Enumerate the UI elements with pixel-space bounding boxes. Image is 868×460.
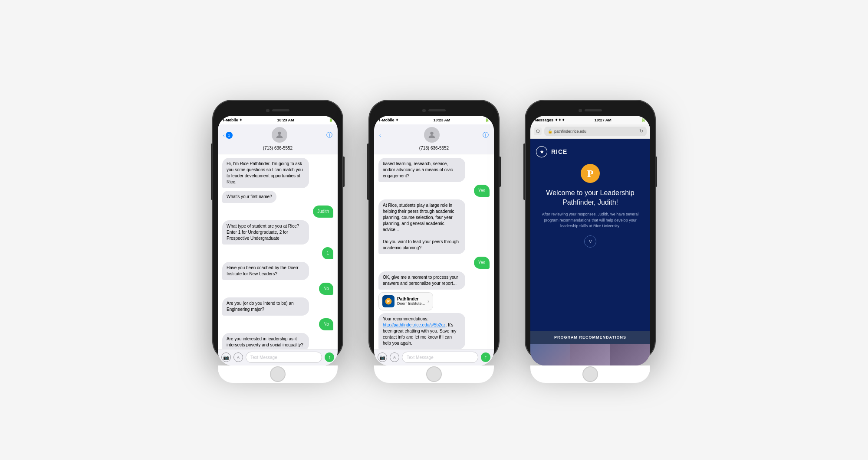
phone-1: T-Mobile ✦ 10:23 AM 🔋 ‹ 1 [213,100,343,360]
pathfinder-card-sub-2: Doerr Institute... [397,301,425,306]
messages-body-1[interactable]: Hi, I'm Rice Pathfinder. I'm going to as… [218,154,338,349]
photo-1-3 [530,344,570,365]
carrier-1: T-Mobile ✦ [222,118,243,122]
camera-input-icon-2[interactable]: 📷 [378,352,387,362]
messages-body-2[interactable]: based learning, research, service, and/o… [374,154,494,349]
pathfinder-card-2[interactable]: P Pathfinder Doerr Institute... › [378,292,433,310]
program-section-3: PROGRAM RECOMMENDATIONS [530,331,650,344]
scene: T-Mobile ✦ 10:23 AM 🔋 ‹ 1 [195,83,673,378]
msg-2-7: Your recommendations: http://pathfinder.… [378,313,465,349]
msg-1-1: Hi, I'm Rice Pathfinder. I'm going to as… [222,158,309,188]
welcome-subtitle-3: After reviewing your responses, Judith, … [536,212,645,229]
status-left-1: T-Mobile ✦ [222,118,243,122]
text-input-1[interactable]: Text Message [246,352,322,363]
reload-icon-3[interactable]: ↻ [639,128,643,134]
safari-icon-3[interactable]: ⬡ [534,127,542,135]
battery-3: 🔋 [641,118,646,122]
svg-point-1 [430,131,433,134]
phone-3: Messages ✦✦✦ 10:27 AM 🔋 ⬡ 🔒 pathfinder.r… [525,100,655,360]
info-button-2[interactable]: ⓘ [483,131,489,139]
avatar-icon-1 [275,130,284,140]
photo-2-3 [570,344,610,365]
avatar-icon-2 [427,130,437,140]
input-placeholder-2: Text Message [407,355,434,360]
scroll-down-button-3[interactable]: ∨ [584,235,596,248]
msg-1-7: No [319,283,333,295]
phone-number-2: (713) 636-5552 [379,146,489,150]
msg-2-3: At Rice, students play a large role in h… [378,199,465,254]
msg-1-2: What's your first name? [222,191,276,203]
browser-status-bar-3: Messages ✦✦✦ 10:27 AM 🔋 [530,116,650,124]
speaker-3 [585,109,602,111]
carrier-2: T-Mobile ✦ [378,118,399,122]
svg-point-0 [278,131,281,134]
back-button-2[interactable]: ‹ [379,133,381,138]
msg-1-10: Are you interested in leadership as it i… [222,333,309,349]
home-button-3[interactable] [582,366,598,382]
pathfinder-p-svg-3: P [581,164,600,183]
speaker-2 [428,109,446,111]
camera-2 [422,109,426,112]
send-button-2[interactable] [481,352,490,362]
msg-2-5: OK, give me a moment to process your ans… [378,271,465,290]
phone-top-bar-2 [374,105,494,116]
pathfinder-card-text-2: Pathfinder Doerr Institute... [397,297,425,306]
msg-2-2: Yes [474,185,490,197]
back-chevron-2: ‹ [379,133,381,138]
rice-wordmark-3: RICE [551,148,567,155]
text-input-2[interactable]: Text Message [402,352,478,363]
rice-owl-icon-3: ⚜ [536,146,548,158]
app-store-icon-1[interactable]: A [233,352,243,362]
time-1: 10:23 AM [277,118,294,122]
web-content-3: ⚜ RICE P Welcome to your Leadership Path… [530,139,650,365]
battery-2: 🔋 [485,118,490,122]
carrier-3: Messages ✦✦✦ [535,118,565,122]
lock-icon-3: 🔒 [548,129,552,134]
msg-input-area-1: 📷 A Text Message [218,349,338,365]
pathfinder-card-icon-2: P [382,295,395,307]
msg-header-2: ‹ ⓘ (713) 636-5552 [374,124,494,154]
camera-1 [266,109,270,112]
phone-screen-2: T-Mobile ✦ 10:23 AM 🔋 ‹ [374,116,494,365]
phone-bottom-2 [374,365,494,383]
home-button-1[interactable] [270,366,286,382]
msg-input-area-2: 📷 A Text Message [374,349,494,365]
msg-2-1: based learning, research, service, and/o… [378,158,465,182]
phone-screen-3: Messages ✦✦✦ 10:27 AM 🔋 ⬡ 🔒 pathfinder.r… [530,116,650,365]
camera-3 [579,109,582,112]
time-3: 10:27 AM [595,118,612,122]
url-text-3: pathfinder.rice.edu [554,129,586,134]
status-left-2: T-Mobile ✦ [378,118,399,122]
input-placeholder-1: Text Message [250,355,277,360]
phone-2: T-Mobile ✦ 10:23 AM 🔋 ‹ [369,100,499,360]
pathfinder-card-chevron-2: › [427,298,429,304]
phone-top-bar-3 [530,105,650,116]
battery-1: 🔋 [329,118,333,122]
rice-hero-3: ⚜ RICE P Welcome to your Leadership Path… [530,139,650,331]
url-bar-3[interactable]: 🔒 pathfinder.rice.edu ↻ [544,127,647,136]
msg-1-5: 1 [322,247,333,259]
phone-screen-1: T-Mobile ✦ 10:23 AM 🔋 ‹ 1 [218,116,338,365]
info-button-1[interactable]: ⓘ [326,131,332,139]
msg-1-3: Judith [313,206,333,218]
svg-text:⚜: ⚜ [540,149,544,154]
browser-nav-bar-3: ⬡ 🔒 pathfinder.rice.edu ↻ [530,124,650,139]
svg-text:P: P [387,299,390,303]
welcome-title-3: Welcome to your Leadership Pathfinder, J… [536,188,645,208]
pathfinder-logo-small: P [385,297,392,305]
recommendation-link-2[interactable]: http://pathfinder.rice.edu/s/5b2cz [383,323,446,327]
status-bar-2: T-Mobile ✦ 10:23 AM 🔋 [374,116,494,124]
camera-input-icon-1[interactable]: 📷 [221,352,231,362]
app-store-icon-2[interactable]: A [390,352,399,362]
phone-bottom-3 [530,365,650,383]
send-button-1[interactable] [325,352,334,362]
contact-avatar-1 [272,127,287,143]
rice-logo-3: ⚜ RICE [536,146,645,158]
msg-1-6: Have you been coached by the Doerr Insti… [222,262,309,280]
home-button-2[interactable] [426,366,442,382]
back-badge-1: 1 [226,132,233,139]
back-button-1[interactable]: ‹ 1 [223,132,233,139]
program-label-3: PROGRAM RECOMMENDATIONS [535,335,646,339]
msg-1-8: Are you (or do you intend to be) an Engi… [222,297,309,316]
back-chevron-1: ‹ [223,133,225,138]
